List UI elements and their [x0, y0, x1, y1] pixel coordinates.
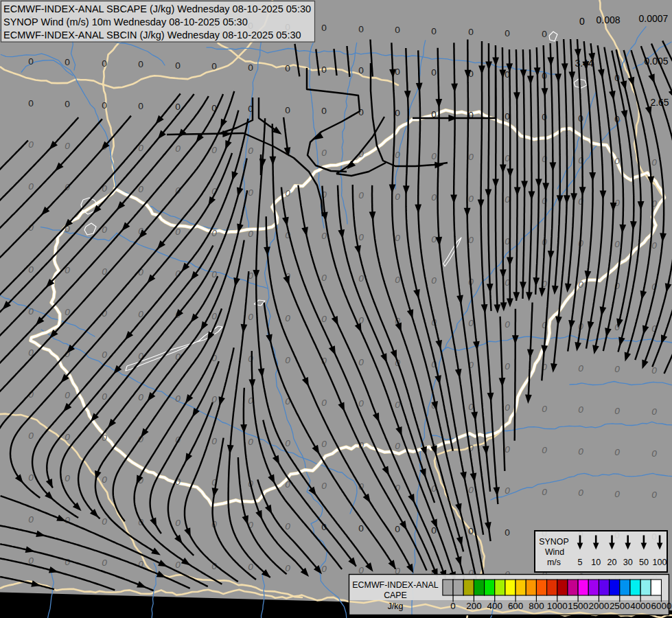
- svg-text:0: 0: [28, 306, 34, 317]
- svg-text:0: 0: [542, 445, 547, 455]
- svg-text:0: 0: [321, 23, 327, 33]
- svg-text:SYNOP: SYNOP: [539, 537, 568, 547]
- svg-text:0: 0: [505, 444, 510, 455]
- svg-text:0: 0: [651, 448, 657, 459]
- svg-text:0: 0: [321, 439, 327, 449]
- svg-text:0: 0: [248, 187, 253, 198]
- svg-text:0: 0: [431, 26, 437, 36]
- svg-text:0: 0: [505, 28, 510, 38]
- svg-text:0: 0: [102, 516, 107, 527]
- svg-text:0: 0: [175, 60, 181, 71]
- svg-text:SYNOP Wind (m/s) 10m Wednesday: SYNOP Wind (m/s) 10m Wednesday 08-10-202…: [3, 16, 248, 27]
- svg-text:3.44: 3.44: [575, 58, 593, 69]
- svg-text:0: 0: [431, 192, 437, 203]
- svg-text:0: 0: [321, 273, 327, 283]
- svg-text:ECMWF-INDEX-ANAL SBCIN (J/kg): ECMWF-INDEX-ANAL SBCIN (J/kg) Wednesday …: [3, 30, 301, 41]
- svg-text:0: 0: [578, 279, 583, 290]
- svg-text:0: 0: [285, 313, 290, 323]
- svg-text:0.0007: 0.0007: [639, 13, 669, 24]
- svg-text:0: 0: [395, 150, 400, 160]
- svg-text:0: 0: [358, 523, 364, 534]
- svg-text:0: 0: [175, 227, 181, 237]
- svg-text:0: 0: [248, 229, 253, 239]
- svg-text:0: 0: [65, 515, 70, 525]
- svg-text:6000: 6000: [651, 601, 672, 611]
- svg-text:0: 0: [578, 488, 583, 498]
- svg-text:0: 0: [358, 398, 364, 409]
- svg-text:0: 0: [614, 447, 620, 457]
- svg-text:0: 0: [614, 364, 620, 374]
- svg-text:0: 0: [651, 490, 657, 500]
- svg-text:0: 0: [358, 565, 364, 575]
- svg-text:0: 0: [102, 474, 107, 485]
- svg-text:0: 0: [468, 526, 474, 536]
- svg-text:0: 0: [65, 390, 70, 400]
- svg-text:ECMWF-INDEX-ANAL: ECMWF-INDEX-ANAL: [352, 580, 438, 590]
- svg-text:2500: 2500: [610, 601, 630, 611]
- svg-text:0: 0: [468, 27, 474, 37]
- svg-text:600: 600: [508, 601, 523, 611]
- svg-text:0: 0: [175, 518, 181, 528]
- svg-text:0: 0: [505, 402, 510, 413]
- svg-text:0: 0: [614, 406, 620, 416]
- svg-text:0: 0: [614, 239, 620, 249]
- svg-text:0: 0: [651, 240, 657, 251]
- svg-text:0: 0: [65, 432, 70, 442]
- svg-text:0: 0: [358, 190, 364, 201]
- svg-text:1500: 1500: [568, 601, 588, 611]
- svg-text:0: 0: [211, 61, 217, 71]
- svg-text:0: 0: [65, 57, 70, 67]
- svg-text:0: 0: [211, 311, 217, 321]
- svg-text:0: 0: [285, 188, 290, 198]
- svg-text:50: 50: [639, 558, 649, 567]
- svg-text:0: 0: [505, 361, 510, 371]
- svg-text:200: 200: [466, 601, 481, 611]
- svg-text:0: 0: [65, 557, 70, 567]
- svg-text:0: 0: [175, 144, 181, 154]
- svg-text:0: 0: [248, 146, 253, 156]
- svg-text:30: 30: [623, 558, 633, 567]
- svg-text:0: 0: [175, 560, 181, 570]
- svg-text:0: 0: [321, 231, 327, 241]
- svg-text:0: 0: [28, 431, 34, 441]
- svg-text:0: 0: [138, 59, 143, 69]
- svg-text:0: 0: [65, 99, 70, 109]
- svg-text:0: 0: [578, 404, 583, 415]
- svg-text:0: 0: [285, 438, 290, 448]
- svg-text:0: 0: [651, 407, 657, 417]
- svg-text:400: 400: [487, 601, 502, 611]
- svg-text:0: 0: [321, 564, 327, 574]
- svg-text:0: 0: [395, 524, 400, 534]
- svg-text:0: 0: [468, 318, 474, 328]
- svg-text:0: 0: [321, 106, 327, 116]
- svg-text:0: 0: [450, 601, 455, 611]
- svg-text:0: 0: [358, 232, 364, 242]
- svg-text:20: 20: [607, 558, 616, 567]
- svg-text:0: 0: [468, 235, 474, 245]
- svg-text:0: 0: [102, 391, 107, 402]
- svg-text:5: 5: [577, 558, 582, 567]
- svg-text:0: 0: [505, 319, 510, 330]
- svg-text:0: 0: [175, 393, 181, 404]
- svg-text:0: 0: [395, 67, 400, 77]
- svg-text:0: 0: [358, 24, 364, 34]
- svg-text:0: 0: [614, 156, 620, 166]
- svg-text:100: 100: [653, 558, 667, 567]
- svg-text:0: 0: [468, 485, 474, 495]
- svg-text:0: 0: [651, 157, 657, 168]
- svg-text:CAPE: CAPE: [384, 591, 407, 600]
- svg-text:0: 0: [542, 404, 547, 414]
- svg-text:0: 0: [321, 398, 327, 408]
- svg-text:0: 0: [505, 527, 510, 538]
- svg-text:0: 0: [431, 234, 437, 244]
- svg-text:0: 0: [28, 98, 34, 108]
- svg-text:0: 0: [28, 472, 34, 483]
- svg-text:2000: 2000: [589, 601, 610, 611]
- svg-text:0: 0: [468, 194, 474, 204]
- svg-text:0: 0: [285, 355, 290, 365]
- svg-text:0: 0: [248, 562, 253, 572]
- svg-text:0: 0: [248, 437, 253, 447]
- svg-text:0: 0: [211, 436, 217, 446]
- svg-text:0: 0: [102, 100, 107, 111]
- svg-text:0: 0: [358, 273, 364, 284]
